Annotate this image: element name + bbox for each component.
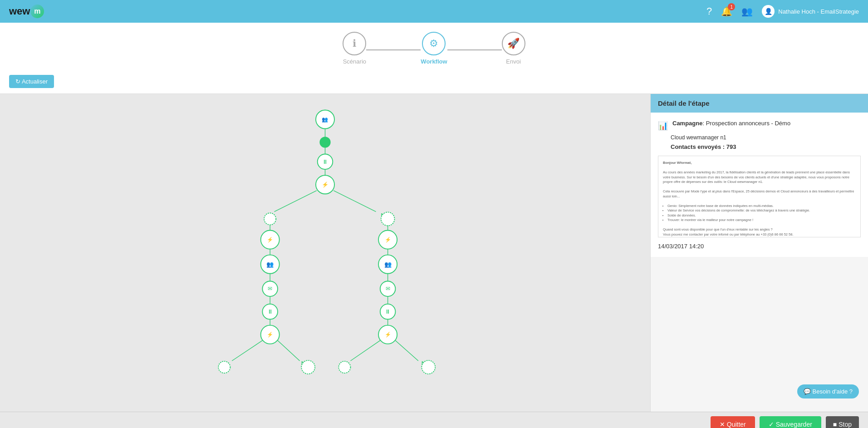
notifications-icon[interactable]: 🔔 1 bbox=[721, 6, 732, 17]
svg-point-3 bbox=[320, 137, 330, 147]
svg-text:⏸: ⏸ bbox=[267, 308, 273, 315]
step-workflow-label: Workflow bbox=[421, 58, 447, 65]
user-menu[interactable]: 👤 Nathalie Hoch - EmailStrategie bbox=[762, 5, 859, 18]
quit-button[interactable]: ✕ Quitter bbox=[711, 416, 755, 428]
svg-text:⚡: ⚡ bbox=[385, 236, 391, 243]
svg-line-55 bbox=[395, 340, 418, 361]
user-name: Nathalie Hoch - EmailStrategie bbox=[778, 8, 859, 15]
email-preview: Bonjour Wformat, Au cours des années mar… bbox=[658, 156, 861, 237]
svg-text:⚡: ⚡ bbox=[322, 181, 329, 188]
email-preview-text: Bonjour Wformat, Au cours des années mar… bbox=[663, 161, 856, 237]
svg-text:⚡: ⚡ bbox=[267, 236, 273, 243]
detail-panel: Détail de l'étape 📊 Campagne: Prospectio… bbox=[650, 94, 868, 412]
detail-panel-header: Détail de l'étape bbox=[651, 94, 868, 113]
svg-line-31 bbox=[232, 340, 262, 361]
toolbar: ↻ Actualiser bbox=[0, 69, 868, 94]
detail-date: 14/03/2017 14:20 bbox=[658, 243, 861, 250]
help-icon[interactable]: ? bbox=[706, 5, 712, 17]
step-envoi[interactable]: 🚀 Envoi bbox=[502, 32, 525, 65]
svg-point-12 bbox=[264, 213, 276, 225]
header-actions: ? 🔔 1 👥 👤 Nathalie Hoch - EmailStrategie bbox=[706, 5, 859, 18]
campaign-chart-icon: 📊 bbox=[658, 121, 668, 131]
step-envoi-label: Envoi bbox=[506, 58, 521, 65]
step-connector-1 bbox=[366, 49, 421, 50]
svg-text:⏸: ⏸ bbox=[385, 308, 391, 315]
svg-line-13 bbox=[333, 191, 376, 212]
svg-text:👥: 👥 bbox=[322, 116, 329, 123]
svg-text:👥: 👥 bbox=[266, 261, 274, 268]
svg-point-33 bbox=[218, 361, 230, 373]
workflow-canvas[interactable]: 👥 ⏸ ⚡ O NO ⚡ bbox=[0, 94, 650, 412]
logo-manager-text: anager bbox=[44, 5, 77, 17]
logo-m-icon: m bbox=[30, 5, 44, 18]
svg-text:⚡: ⚡ bbox=[385, 331, 391, 338]
step-indicator: ℹ Scénario ⚙ Workflow 🚀 Envoi bbox=[0, 23, 868, 69]
svg-text:✉: ✉ bbox=[386, 285, 390, 292]
help-bubble[interactable]: 💬 Besoin d'aide ? bbox=[797, 384, 859, 398]
refresh-button[interactable]: ↻ Actualiser bbox=[9, 75, 54, 88]
campaign-subtitle: Cloud wewmanager n1 bbox=[671, 134, 861, 141]
main-content: 👥 ⏸ ⚡ O NO ⚡ bbox=[0, 94, 868, 412]
svg-text:👥: 👥 bbox=[384, 261, 392, 268]
step-workflow[interactable]: ⚙ Workflow bbox=[421, 32, 447, 65]
svg-text:⚡: ⚡ bbox=[267, 331, 273, 338]
detail-panel-body: 📊 Campagne: Prospection annonceurs - Dém… bbox=[651, 113, 868, 257]
stop-button[interactable]: ■ Stop bbox=[826, 416, 859, 428]
svg-point-54 bbox=[338, 361, 350, 373]
header: wew m anager ? 🔔 1 👥 👤 Nathalie Hoch - E… bbox=[0, 0, 868, 23]
step-scenario-label: Scénario bbox=[343, 58, 366, 65]
logo-wew-text: wew bbox=[9, 5, 30, 17]
step-envoi-icon: 🚀 bbox=[502, 32, 525, 55]
svg-text:✉: ✉ bbox=[268, 285, 272, 292]
campaign-title: Campagne: Prospection annonceurs - Démo bbox=[672, 120, 790, 127]
svg-point-36 bbox=[301, 360, 315, 374]
svg-point-15 bbox=[381, 212, 395, 226]
step-scenario[interactable]: ℹ Scénario bbox=[343, 32, 366, 65]
users-icon[interactable]: 👥 bbox=[741, 6, 753, 17]
notification-badge: 1 bbox=[728, 3, 735, 10]
svg-line-34 bbox=[278, 340, 300, 361]
campaign-info-row: 📊 Campagne: Prospection annonceurs - Dém… bbox=[658, 120, 861, 131]
step-connector-2 bbox=[447, 49, 502, 50]
workflow-svg: 👥 ⏸ ⚡ O NO ⚡ bbox=[0, 94, 650, 412]
svg-text:⏸: ⏸ bbox=[322, 158, 328, 165]
svg-line-10 bbox=[275, 191, 317, 212]
save-button[interactable]: ✓ Sauvegarder bbox=[760, 416, 821, 428]
step-scenario-icon: ℹ bbox=[343, 32, 366, 55]
step-workflow-icon: ⚙ bbox=[422, 32, 446, 55]
svg-point-57 bbox=[422, 360, 435, 374]
footer-bar: ✕ Quitter ✓ Sauvegarder ■ Stop bbox=[0, 412, 868, 428]
contacts-sent: Contacts envoyés : 793 bbox=[671, 143, 861, 150]
user-avatar: 👤 bbox=[762, 5, 775, 18]
logo: wew m anager bbox=[9, 5, 78, 18]
svg-line-52 bbox=[351, 340, 380, 361]
